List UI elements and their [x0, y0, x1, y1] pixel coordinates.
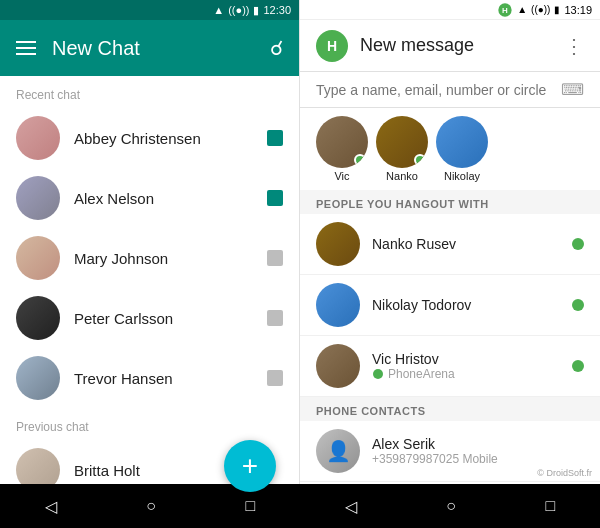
- contact-item-mary[interactable]: Mary Johnson: [0, 228, 299, 288]
- search-button[interactable]: ☌: [270, 36, 283, 60]
- chip-avatar-vic: [316, 116, 368, 168]
- hangouts-status-icon: H: [497, 2, 513, 18]
- keyboard-icon: ⌨: [561, 80, 584, 99]
- person-icon: 👤: [326, 439, 351, 463]
- right-contact-name-alex-serik: Alex Serik: [372, 436, 584, 452]
- right-avatar-alex-serik: 👤: [316, 429, 360, 473]
- right-contact-info-nanko: Nanko Rusev: [372, 236, 560, 252]
- signal-icon-right: ▲: [517, 4, 527, 15]
- recent-section-label: Recent chat: [0, 76, 299, 108]
- recent-button-right[interactable]: □: [546, 497, 556, 515]
- phone-section-label: PHONE CONTACTS: [300, 397, 600, 421]
- fab-new-chat[interactable]: +: [224, 440, 276, 492]
- chip-label-nanko: Nanko: [386, 170, 418, 182]
- right-contact-nikolay[interactable]: Nikolay Todorov: [300, 275, 600, 336]
- menu-button[interactable]: [16, 41, 36, 55]
- previous-section-label: Previous chat: [0, 408, 299, 440]
- right-contact-sub-vic: PhoneArena: [372, 367, 560, 381]
- online-dot-vic: [572, 360, 584, 372]
- msg-indicator-alex: [267, 190, 283, 206]
- right-avatar-nikolay: [316, 283, 360, 327]
- avatar-trevor: [16, 356, 60, 400]
- msg-indicator-trevor: [267, 370, 283, 386]
- home-button-left[interactable]: ○: [146, 497, 156, 515]
- right-contact-name-nanko: Nanko Rusev: [372, 236, 560, 252]
- right-contact-info-nikolay: Nikolay Todorov: [372, 297, 560, 313]
- contact-name-trevor: Trevor Hansen: [74, 370, 253, 387]
- chip-vic[interactable]: Vic: [316, 116, 368, 182]
- search-area: ⌨: [300, 72, 600, 108]
- right-contact-vic[interactable]: Vic Hristov PhoneArena: [300, 336, 600, 397]
- chip-nanko[interactable]: Nanko: [376, 116, 428, 182]
- msg-indicator-mary: [267, 250, 283, 266]
- search-input[interactable]: [316, 82, 553, 98]
- contact-item-peter[interactable]: Peter Carlsson: [0, 288, 299, 348]
- back-button-right[interactable]: ◁: [345, 497, 357, 516]
- more-options-button[interactable]: ⋮: [564, 34, 584, 58]
- contact-name-mary: Mary Johnson: [74, 250, 253, 267]
- chip-nikolay[interactable]: Nikolay: [436, 116, 488, 182]
- avatar-abbey: [16, 116, 60, 160]
- avatar-peter: [16, 296, 60, 340]
- right-header: H New message ⋮: [300, 20, 600, 72]
- phonearena-icon: [372, 368, 384, 380]
- contact-item-abbey[interactable]: Abbey Christensen: [0, 108, 299, 168]
- time-right: 13:19: [564, 4, 592, 16]
- time-left: 12:30: [263, 4, 291, 16]
- contact-item-trevor[interactable]: Trevor Hansen: [0, 348, 299, 408]
- contact-name-alex: Alex Nelson: [74, 190, 253, 207]
- home-button-right[interactable]: ○: [446, 497, 456, 515]
- wifi-icon: ((●)): [228, 4, 249, 16]
- online-indicator-vic: [354, 154, 366, 166]
- left-header: New Chat ☌: [0, 20, 299, 76]
- right-avatar-vic: [316, 344, 360, 388]
- hangouts-logo: H: [316, 30, 348, 62]
- battery-icon-right: ▮: [554, 4, 560, 15]
- chip-label-nikolay: Nikolay: [444, 170, 480, 182]
- watermark: © DroidSoft.fr: [537, 468, 592, 478]
- status-bar-right: H ▲ ((●)) ▮ 13:19: [300, 0, 600, 20]
- hangout-section-label: PEOPLE YOU HANGOUT WITH: [300, 190, 600, 214]
- signal-icon: ▲: [213, 4, 224, 16]
- left-panel: ▲ ((●)) ▮ 12:30 New Chat ☌ Recent chat A…: [0, 0, 300, 528]
- chip-avatar-nanko: [376, 116, 428, 168]
- msg-indicator-peter: [267, 310, 283, 326]
- recent-button-left[interactable]: □: [246, 497, 256, 515]
- back-button-left[interactable]: ◁: [45, 497, 57, 516]
- svg-text:H: H: [502, 5, 508, 14]
- right-contact-nanko[interactable]: Nanko Rusev: [300, 214, 600, 275]
- msg-indicator-abbey: [267, 130, 283, 146]
- avatar-alex: [16, 176, 60, 220]
- online-indicator-nanko: [414, 154, 426, 166]
- right-contact-name-vic: Vic Hristov: [372, 351, 560, 367]
- page-title: New Chat: [52, 37, 254, 60]
- chip-label-vic: Vic: [334, 170, 349, 182]
- online-dot-nikolay: [572, 299, 584, 311]
- right-contact-name-nikolay: Nikolay Todorov: [372, 297, 560, 313]
- battery-icon: ▮: [253, 4, 259, 17]
- right-avatar-nanko: [316, 222, 360, 266]
- chip-avatar-nikolay: [436, 116, 488, 168]
- right-panel: H ▲ ((●)) ▮ 13:19 H New message ⋮ ⌨ Vic …: [300, 0, 600, 528]
- online-dot-nanko: [572, 238, 584, 250]
- contact-item-alex[interactable]: Alex Nelson: [0, 168, 299, 228]
- right-contact-info-vic: Vic Hristov PhoneArena: [372, 351, 560, 381]
- contact-name-abbey: Abbey Christensen: [74, 130, 253, 147]
- selected-contacts-row: Vic Nanko Nikolay: [300, 108, 600, 190]
- right-contact-info-alex-serik: Alex Serik +359879987025 Mobile: [372, 436, 584, 466]
- status-bar-left: ▲ ((●)) ▮ 12:30: [0, 0, 299, 20]
- svg-point-2: [373, 369, 383, 379]
- right-contact-sub-alex-serik: +359879987025 Mobile: [372, 452, 584, 466]
- bottom-nav-right: ◁ ○ □: [300, 484, 600, 528]
- contact-name-peter: Peter Carlsson: [74, 310, 253, 327]
- right-page-title: New message: [360, 35, 552, 56]
- avatar-mary: [16, 236, 60, 280]
- wifi-icon-right: ((●)): [531, 4, 550, 15]
